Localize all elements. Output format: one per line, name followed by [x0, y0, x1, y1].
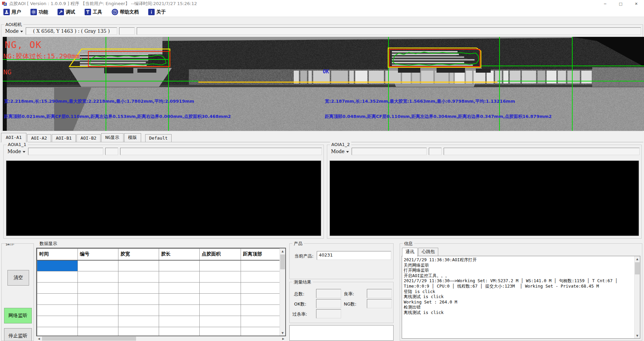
close-button[interactable]: ✕ — [628, 0, 644, 7]
scroll-right-icon[interactable]: ▶ — [281, 336, 286, 341]
tab-aoi-a1[interactable]: AOI-A1 — [1, 133, 26, 143]
scroll-left-icon[interactable]: ◀ — [36, 336, 42, 341]
toolbar-label-about: 关于 — [156, 9, 166, 15]
aoia1-1-display — [6, 161, 321, 236]
current-product-label: 当前产品: — [294, 253, 313, 259]
tab-communication[interactable]: 通讯 — [402, 248, 418, 257]
table-row[interactable] — [37, 283, 280, 294]
window-controls: ─ □ ✕ — [597, 0, 644, 7]
mode-label: Mode — [331, 149, 345, 154]
aoia1-2-mode-dropdown[interactable]: Mode — [329, 148, 352, 155]
info-group-label: 信息 — [403, 241, 414, 247]
aoia1-1-mode-row: Mode — [5, 148, 322, 155]
aoia1-1-field-2 — [105, 148, 118, 155]
toolbar-button-about[interactable]: 关于 — [148, 9, 166, 15]
table-row[interactable] — [37, 316, 280, 327]
mode-label: Mode — [7, 149, 21, 154]
results-group-label: 测量结果 — [292, 279, 313, 285]
yield-field — [367, 289, 392, 298]
stop-listen-button[interactable]: 停止监听 — [4, 328, 32, 341]
tab-aoi-b1[interactable]: AOI-B1 — [52, 134, 76, 142]
aoia1-1-label: AOIA1_1 — [6, 142, 28, 147]
total-count-label: 总数: — [294, 291, 304, 297]
data-display-label: 数据显示 — [40, 241, 57, 247]
network-listen-button[interactable]: 网络监听 — [4, 308, 32, 323]
main-tab-strip: AOI-A1 AOI-A2 AOI-B1 AOI-B2 NG显示 模版 Defa… — [1, 134, 172, 142]
ng-count-label: NG数: — [344, 301, 356, 307]
chevron-down-icon — [346, 151, 349, 153]
scroll-up-icon[interactable]: ▲ — [635, 256, 640, 262]
camera-field-small — [119, 27, 135, 35]
aoia1-2-display — [330, 161, 639, 236]
user-icon — [3, 9, 10, 15]
camera-group-label: AOI相机 — [4, 22, 23, 28]
log-vscroll-thumb[interactable] — [635, 262, 640, 274]
aoia1-2-field-2 — [429, 148, 442, 155]
column-header-glue-area: 点胶面积 — [200, 249, 241, 260]
toolbar-label-tools: 工具 — [93, 9, 102, 15]
log-vertical-scrollbar[interactable]: ▲ ▼ — [634, 256, 640, 338]
tab-template[interactable]: 模版 — [124, 133, 141, 142]
table-vscroll-thumb[interactable] — [280, 254, 285, 269]
aoia1-2-field-3 — [444, 148, 640, 155]
product-group: 产品 当前产品: 40231 — [289, 243, 394, 279]
clear-button[interactable]: 清空 — [7, 270, 29, 286]
tab-heartbeat[interactable]: 心跳包 — [418, 248, 438, 256]
table-row[interactable] — [37, 327, 280, 337]
aoia1-1-mode-dropdown[interactable]: Mode — [5, 148, 28, 155]
tab-aoi-a2[interactable]: AOI-A2 — [27, 134, 51, 142]
column-header-glue-length: 胶长 — [159, 249, 200, 260]
chevron-down-icon — [23, 151, 25, 153]
camera-coordinate-readout: ( X 6568, Y 1463 ) : ( Gray 135 ) — [26, 27, 117, 35]
minimize-button[interactable]: ─ — [597, 0, 613, 7]
toolbar: 用户 功能 调试 工具 ? 帮助文档 — [0, 7, 644, 17]
camera-image[interactable]: NG, OK NG:胶体过长:15.290mm, NG OK 宽:2.218mm… — [3, 37, 644, 131]
selected-cell[interactable] — [37, 260, 78, 271]
window-title: 点胶AOI [ Version : 1.0.0.9 ] 程序 【当前用户: En… — [9, 1, 197, 7]
ng-count-field — [367, 299, 392, 308]
camera-mode-row: Mode ( X 6568, Y 1463 ) : ( Gray 135 ) — [3, 27, 641, 35]
scroll-down-icon[interactable]: ▼ — [635, 333, 640, 338]
table-horizontal-scrollbar[interactable]: ◀ ▶ — [36, 336, 286, 341]
app-icon — [2, 1, 7, 6]
table-row[interactable] — [37, 260, 280, 271]
total-count-field — [316, 289, 341, 298]
tab-aoi-b2[interactable]: AOI-B2 — [76, 134, 101, 142]
table-row[interactable] — [37, 294, 280, 305]
tools-icon — [85, 9, 91, 15]
camera-mode-label: Mode — [5, 28, 19, 34]
toolbar-label-debug: 调试 — [66, 9, 75, 15]
info-icon — [148, 9, 155, 15]
chevron-down-icon — [20, 31, 23, 32]
camera-image-canvas — [3, 37, 644, 131]
data-table: 时间 编号 胶宽 胶长 点胶面积 距离顶部 — [37, 248, 280, 336]
table-vertical-scrollbar[interactable]: ▲ ▼ — [280, 248, 285, 336]
maximize-button[interactable]: □ — [613, 0, 628, 7]
ok-count-field — [316, 299, 341, 308]
toolbar-button-function[interactable]: 功能 — [30, 9, 48, 15]
column-header-number: 编号 — [78, 249, 118, 260]
tab-default[interactable]: Default — [145, 134, 172, 142]
aoia1-1-field-1 — [28, 148, 103, 155]
aoia1-2-group: AOIA1_2 Mode — [327, 145, 642, 239]
camera-mode-dropdown[interactable]: Mode — [3, 27, 26, 35]
communication-log: 2021/7/29 11:36:30:AOI程序打开 关闭网络监听 打开网络监听… — [404, 257, 632, 315]
current-product-input[interactable]: 40231 — [317, 251, 391, 260]
column-header-time: 时间 — [37, 249, 78, 260]
table-row[interactable] — [37, 305, 280, 316]
aoia1-1-field-3 — [120, 148, 322, 155]
toolbar-button-help[interactable]: ? 帮助文档 — [112, 9, 139, 15]
tab-ng-display[interactable]: NG显示 — [101, 133, 124, 142]
table-row[interactable] — [37, 271, 280, 283]
table-hscroll-thumb[interactable] — [42, 337, 136, 341]
toolbar-label-help: 帮助文档 — [120, 9, 139, 15]
camera-group: AOI相机 Mode ( X 6568, Y 1463 ) : ( Gray 1… — [1, 24, 643, 131]
scroll-up-icon[interactable]: ▲ — [280, 248, 285, 254]
toolbar-button-user[interactable]: 用户 — [3, 9, 21, 15]
toolbar-button-debug[interactable]: 调试 — [58, 9, 75, 15]
column-header-top-distance: 距离顶部 — [241, 249, 280, 260]
scroll-down-icon[interactable]: ▼ — [280, 330, 285, 336]
titlebar: 点胶AOI [ Version : 1.0.0.9 ] 程序 【当前用户: En… — [0, 0, 644, 7]
product-group-label: 产品 — [292, 241, 304, 247]
toolbar-button-tools[interactable]: 工具 — [85, 9, 102, 15]
